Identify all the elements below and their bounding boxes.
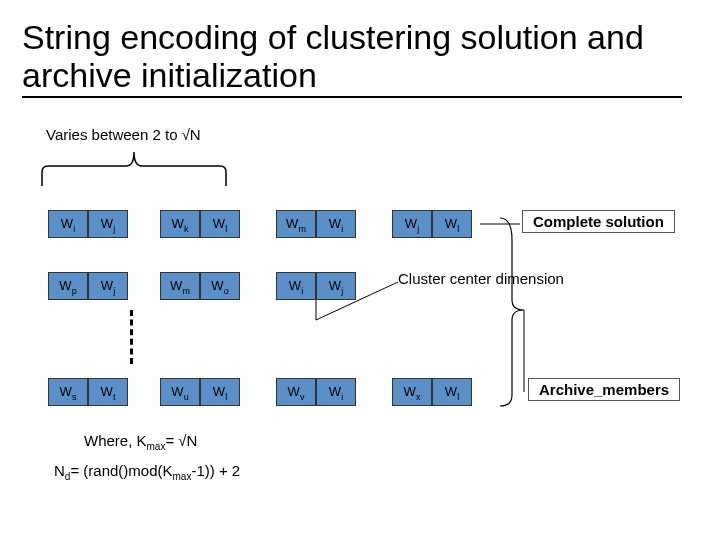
archive-members-label: Archive_members — [528, 378, 680, 401]
page-title: String encoding of clustering solution a… — [22, 18, 682, 98]
weight-cell: Wu — [160, 378, 200, 406]
weight-cell: Wl — [200, 378, 240, 406]
weight-cell: Wi — [48, 210, 88, 238]
weight-cell: Ws — [48, 378, 88, 406]
weight-cell: Wt — [88, 378, 128, 406]
formula-nd: Nd= (rand()mod(Kmax-1)) + 2 — [54, 462, 240, 482]
weight-cell: Wx — [392, 378, 432, 406]
complete-solution-label: Complete solution — [522, 210, 675, 233]
varies-caption: Varies between 2 to √N — [46, 126, 201, 143]
weight-cell: Wp — [48, 272, 88, 300]
weight-cell: Wv — [276, 378, 316, 406]
weight-cell: Wl — [200, 210, 240, 238]
weight-cell: Wm — [160, 272, 200, 300]
weight-cell: Wo — [200, 272, 240, 300]
weight-cell: Wi — [276, 272, 316, 300]
formula-kmax: Where, Kmax= √N — [84, 432, 197, 452]
brace-icon — [40, 148, 228, 188]
weight-cell: Wj — [88, 210, 128, 238]
weight-cell: Wm — [276, 210, 316, 238]
weight-cell: Wl — [432, 378, 472, 406]
weight-cell: Wj — [316, 272, 356, 300]
weight-cell: Wi — [316, 210, 356, 238]
cluster-dimension-label: Cluster center dimension — [398, 270, 564, 287]
weight-cell: Wi — [316, 378, 356, 406]
vertical-ellipsis-icon — [130, 310, 133, 364]
weight-cell: Wl — [432, 210, 472, 238]
weight-cell: Wj — [88, 272, 128, 300]
weight-cell: Wk — [160, 210, 200, 238]
weight-cell: Wj — [392, 210, 432, 238]
